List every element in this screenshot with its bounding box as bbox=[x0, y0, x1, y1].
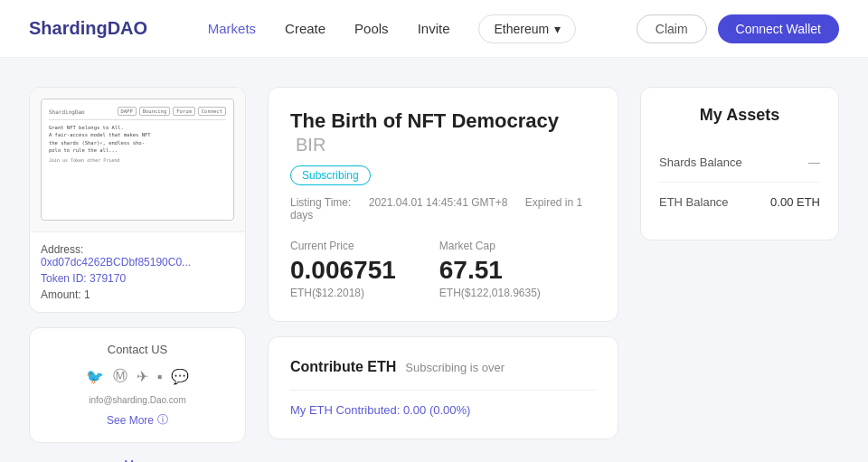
twitter-icon[interactable]: 🐦 bbox=[86, 368, 104, 385]
see-more-label: See More bbox=[107, 414, 154, 427]
sketch-nav-dapp: DAPP bbox=[118, 107, 137, 116]
contribute-status: Subscribing is over bbox=[405, 361, 505, 374]
shards-label: Shards Balance bbox=[659, 156, 742, 169]
market-cap-section: Market Cap 67.51 ETH($122,018.9635) bbox=[439, 240, 541, 299]
nft-token-id: Token ID: 379170 bbox=[41, 272, 234, 285]
current-price-label: Current Price bbox=[290, 240, 396, 252]
detail-card: The Birth of NFT Democracy BIR Subscribi… bbox=[268, 87, 618, 322]
nft-sketch-footer: Join us Token other Friend bbox=[49, 157, 226, 163]
logo: ShardingDAO bbox=[29, 18, 147, 39]
right-panel: My Assets Shards Balance — ETH Balance 0… bbox=[640, 87, 839, 462]
nft-sketch-body: Grant NFT belongs to All. A fair-access … bbox=[49, 124, 226, 154]
sketch-line4: polo to rule the all... bbox=[49, 146, 226, 154]
nft-info: Address: 0xd07dc4262BCDbf85190C0... Toke… bbox=[30, 232, 245, 312]
nft-name: The Birth of NFT Democracy bbox=[290, 109, 559, 132]
nav-invite[interactable]: Invite bbox=[418, 21, 450, 36]
contributed-label: My ETH Contributed: bbox=[290, 403, 400, 417]
contribute-card: Contribute ETH Subscribing is over My ET… bbox=[268, 336, 618, 439]
medium-icon[interactable]: Ⓜ bbox=[113, 367, 127, 386]
nft-ticker: BIR bbox=[296, 135, 326, 155]
address-label: Address: bbox=[41, 243, 83, 256]
contact-card: Contact US 🐦 Ⓜ ✈ ▪ 💬 info@sharding.Dao.c… bbox=[29, 327, 246, 443]
contribute-divider bbox=[290, 390, 596, 391]
discord-icon[interactable]: ▪ bbox=[157, 369, 163, 385]
token-label: Token ID: bbox=[41, 272, 87, 285]
more-label[interactable]: More bbox=[29, 457, 246, 462]
market-cap-value: 67.51 bbox=[439, 256, 541, 285]
header: ShardingDAO Markets Create Pools Invite … bbox=[0, 0, 868, 58]
listing-time: 2021.04.01 14:45:41 GMT+8 bbox=[369, 196, 508, 209]
claim-button[interactable]: Claim bbox=[637, 14, 707, 43]
assets-card: My Assets Shards Balance — ETH Balance 0… bbox=[640, 87, 839, 240]
subscribing-badge: Subscribing bbox=[290, 165, 371, 185]
header-actions: Claim Connect Wallet bbox=[637, 14, 839, 43]
contact-title: Contact US bbox=[44, 343, 231, 356]
contact-email: info@sharding.Dao.com bbox=[44, 395, 231, 405]
price-grid: Current Price 0.006751 ETH($12.2018) Mar… bbox=[290, 240, 596, 299]
nft-amount: Amount: 1 bbox=[41, 288, 234, 301]
telegram-icon[interactable]: ✈ bbox=[137, 368, 148, 385]
see-more-link[interactable]: See More ⓘ bbox=[44, 412, 231, 428]
chevron-down-icon: ▾ bbox=[554, 22, 561, 36]
market-cap-sub: ETH($122,018.9635) bbox=[439, 287, 541, 299]
token-value: 379170 bbox=[90, 272, 126, 285]
asset-row-shards: Shards Balance — bbox=[659, 143, 820, 183]
eth-label: ETH Balance bbox=[659, 195, 729, 209]
sketch-nav-bouncing: Bouncing bbox=[139, 107, 171, 116]
contribute-header: Contribute ETH Subscribing is over bbox=[290, 359, 596, 375]
sketch-nav: DAPP Bouncing Forum Connect bbox=[118, 107, 227, 116]
listing-info: Listing Time: 2021.04.01 14:45:41 GMT+8 … bbox=[290, 196, 596, 222]
contact-icons: 🐦 Ⓜ ✈ ▪ 💬 bbox=[44, 367, 231, 386]
main-nav: Markets Create Pools Invite Ethereum ▾ bbox=[208, 14, 576, 43]
nav-pools[interactable]: Pools bbox=[354, 21, 389, 36]
amount-label: Amount: bbox=[41, 288, 81, 301]
nav-create[interactable]: Create bbox=[285, 21, 326, 36]
shards-value: — bbox=[808, 156, 820, 169]
connect-wallet-button[interactable]: Connect Wallet bbox=[718, 14, 839, 43]
address-value[interactable]: 0xd07dc4262BCDbf85190C0... bbox=[41, 256, 191, 269]
wechat-icon[interactable]: 💬 bbox=[171, 368, 189, 385]
current-price-section: Current Price 0.006751 ETH($12.2018) bbox=[290, 240, 396, 299]
assets-title: My Assets bbox=[659, 106, 820, 125]
nft-image: ShardingDao DAPP Bouncing Forum Connect … bbox=[30, 88, 245, 232]
detail-title: The Birth of NFT Democracy BIR bbox=[290, 109, 596, 156]
center-panel: The Birth of NFT Democracy BIR Subscribi… bbox=[268, 87, 618, 462]
current-price-value: 0.006751 bbox=[290, 256, 396, 285]
contribute-title: Contribute ETH bbox=[290, 359, 396, 375]
sketch-site-name: ShardingDao bbox=[49, 108, 85, 115]
current-price-sub: ETH($12.2018) bbox=[290, 287, 396, 299]
contributed-value: 0.00 (0.00%) bbox=[403, 403, 470, 417]
amount-value: 1 bbox=[84, 288, 90, 301]
sketch-nav-connect: Connect bbox=[198, 107, 226, 116]
sketch-join: Join us Token other Friend bbox=[49, 157, 119, 163]
market-cap-label: Market Cap bbox=[439, 240, 541, 252]
sketch-line2: A fair-access model that makes NFT bbox=[49, 131, 226, 138]
ethereum-selector[interactable]: Ethereum ▾ bbox=[478, 14, 576, 43]
nft-sketch: ShardingDao DAPP Bouncing Forum Connect … bbox=[41, 99, 234, 221]
circle-info-icon: ⓘ bbox=[157, 412, 168, 428]
ethereum-label: Ethereum bbox=[494, 22, 549, 36]
main-content: ShardingDao DAPP Bouncing Forum Connect … bbox=[0, 58, 868, 462]
asset-row-eth: ETH Balance 0.00 ETH bbox=[659, 183, 820, 222]
sketch-line1: Grant NFT belongs to All. bbox=[49, 124, 226, 131]
nft-card: ShardingDao DAPP Bouncing Forum Connect … bbox=[29, 87, 246, 313]
nft-sketch-header: ShardingDao DAPP Bouncing Forum Connect bbox=[49, 107, 226, 120]
listing-time-label: Listing Time: bbox=[290, 196, 351, 209]
sketch-nav-forum: Forum bbox=[173, 107, 195, 116]
eth-value: 0.00 ETH bbox=[770, 195, 820, 209]
sketch-line3: the shards (Shar)✓, endless sho- bbox=[49, 139, 226, 146]
nft-address: Address: 0xd07dc4262BCDbf85190C0... bbox=[41, 243, 234, 269]
left-panel: ShardingDao DAPP Bouncing Forum Connect … bbox=[29, 87, 246, 462]
contribute-info: My ETH Contributed: 0.00 (0.00%) bbox=[290, 403, 596, 417]
nav-markets[interactable]: Markets bbox=[208, 21, 256, 36]
